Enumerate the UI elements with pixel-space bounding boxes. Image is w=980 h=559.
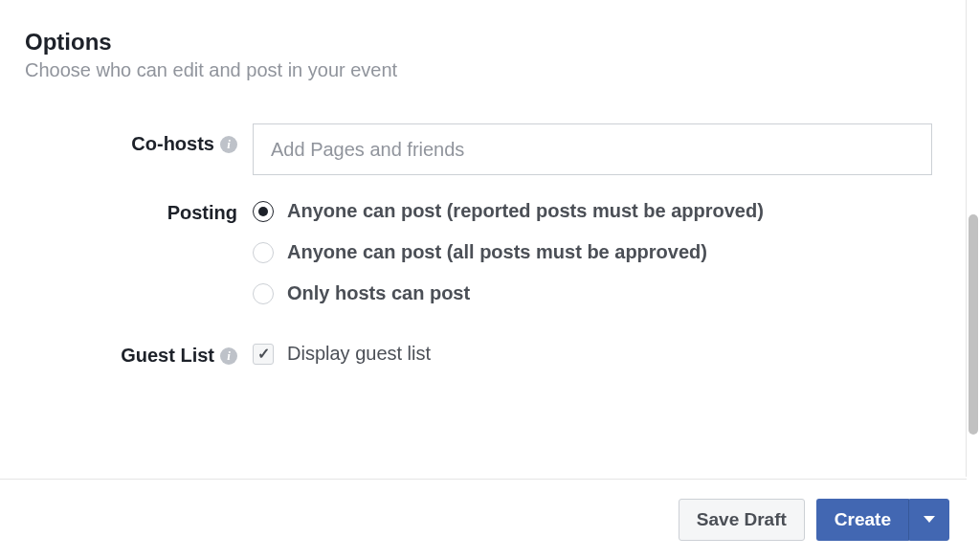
section-title: Options	[25, 29, 935, 56]
posting-label-col: Posting	[25, 200, 253, 224]
info-icon[interactable]: i	[220, 136, 237, 153]
guestlist-label-col: Guest List i	[25, 343, 253, 367]
cohosts-input[interactable]	[253, 123, 932, 175]
checkbox-icon	[253, 344, 274, 365]
section-subtitle: Choose who can edit and post in your eve…	[25, 59, 935, 81]
radio-icon	[253, 283, 274, 304]
checkbox-label: Display guest list	[287, 343, 431, 365]
guestlist-control: Display guest list	[253, 343, 932, 365]
options-panel: Options Choose who can edit and post in …	[0, 0, 967, 477]
cohosts-row: Co-hosts i	[25, 123, 935, 175]
footer-bar: Save Draft Create	[0, 479, 967, 559]
save-draft-button[interactable]: Save Draft	[679, 499, 805, 541]
posting-option-anyone-all[interactable]: Anyone can post (all posts must be appro…	[253, 241, 932, 263]
create-button-group: Create	[816, 499, 949, 541]
radio-label: Only hosts can post	[287, 282, 470, 304]
posting-options: Anyone can post (reported posts must be …	[253, 200, 932, 304]
info-icon[interactable]: i	[220, 347, 237, 365]
create-button[interactable]: Create	[816, 499, 909, 541]
radio-icon	[253, 201, 274, 222]
caret-down-icon	[924, 516, 935, 523]
display-guestlist-checkbox[interactable]: Display guest list	[253, 343, 932, 365]
cohosts-label: Co-hosts	[131, 133, 214, 155]
posting-option-anyone-reported[interactable]: Anyone can post (reported posts must be …	[253, 200, 932, 222]
posting-option-hosts-only[interactable]: Only hosts can post	[253, 282, 932, 304]
guestlist-label: Guest List	[121, 345, 214, 367]
cohosts-label-col: Co-hosts i	[25, 123, 253, 155]
radio-label: Anyone can post (all posts must be appro…	[287, 241, 707, 263]
posting-label: Posting	[167, 202, 237, 224]
posting-row: Posting Anyone can post (reported posts …	[25, 200, 935, 304]
cohosts-control	[253, 123, 932, 175]
scrollbar-thumb[interactable]	[969, 214, 978, 435]
create-dropdown-button[interactable]	[909, 499, 949, 541]
guestlist-row: Guest List i Display guest list	[25, 343, 935, 367]
radio-label: Anyone can post (reported posts must be …	[287, 200, 764, 222]
radio-icon	[253, 242, 274, 263]
